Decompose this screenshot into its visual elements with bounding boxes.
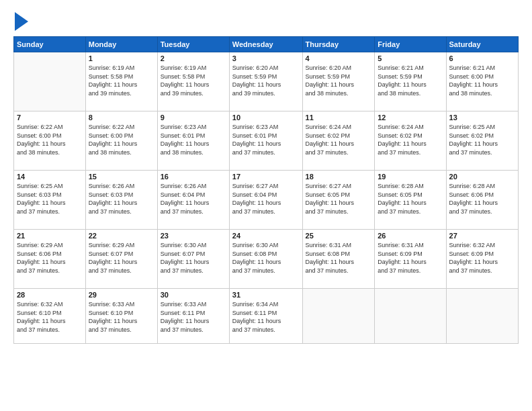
weekday-header-row: SundayMondayTuesdayWednesdayThursdayFrid… (14, 37, 519, 52)
calendar-week-row: 1Sunrise: 6:19 AM Sunset: 5:58 PM Daylig… (14, 52, 519, 111)
day-info: Sunrise: 6:19 AM Sunset: 5:58 PM Dayligh… (161, 64, 226, 97)
day-info: Sunrise: 6:25 AM Sunset: 6:03 PM Dayligh… (17, 182, 83, 216)
day-number: 27 (449, 232, 515, 240)
day-number: 5 (378, 54, 443, 62)
calendar-cell: 13Sunrise: 6:25 AM Sunset: 6:02 PM Dayli… (446, 111, 518, 171)
day-number: 11 (306, 113, 372, 122)
calendar-cell: 21Sunrise: 6:29 AM Sunset: 6:06 PM Dayli… (14, 230, 86, 289)
day-number: 29 (89, 291, 154, 299)
calendar-cell: 5Sunrise: 6:21 AM Sunset: 5:59 PM Daylig… (375, 52, 446, 111)
day-info: Sunrise: 6:27 AM Sunset: 6:04 PM Dayligh… (232, 182, 300, 216)
calendar-cell: 18Sunrise: 6:27 AM Sunset: 6:05 PM Dayli… (302, 171, 375, 230)
day-number: 14 (17, 173, 83, 181)
day-info: Sunrise: 6:22 AM Sunset: 6:00 PM Dayligh… (89, 123, 154, 156)
day-number: 8 (89, 113, 154, 122)
day-number: 12 (378, 113, 443, 122)
calendar-cell: 29Sunrise: 6:33 AM Sunset: 6:10 PM Dayli… (85, 289, 157, 344)
day-info: Sunrise: 6:23 AM Sunset: 6:01 PM Dayligh… (161, 123, 226, 156)
day-info: Sunrise: 6:33 AM Sunset: 6:11 PM Dayligh… (161, 300, 226, 334)
day-number: 1 (89, 54, 154, 62)
day-number: 26 (378, 232, 443, 240)
calendar-cell: 28Sunrise: 6:32 AM Sunset: 6:10 PM Dayli… (14, 289, 86, 344)
day-info: Sunrise: 6:23 AM Sunset: 6:01 PM Dayligh… (232, 123, 300, 156)
day-info: Sunrise: 6:31 AM Sunset: 6:08 PM Dayligh… (306, 241, 372, 275)
calendar-cell: 4Sunrise: 6:20 AM Sunset: 5:59 PM Daylig… (302, 52, 375, 111)
header (13, 12, 519, 31)
day-info: Sunrise: 6:28 AM Sunset: 6:06 PM Dayligh… (449, 182, 515, 216)
day-info: Sunrise: 6:33 AM Sunset: 6:10 PM Dayligh… (89, 300, 154, 334)
calendar-cell: 10Sunrise: 6:23 AM Sunset: 6:01 PM Dayli… (229, 111, 302, 171)
day-number: 19 (378, 173, 443, 181)
day-number: 10 (232, 113, 300, 122)
day-number: 9 (161, 113, 226, 122)
day-number: 23 (161, 232, 226, 240)
day-info: Sunrise: 6:20 AM Sunset: 5:59 PM Dayligh… (306, 64, 372, 97)
day-number: 25 (306, 232, 372, 240)
weekday-header-wednesday: Wednesday (229, 37, 302, 52)
day-info: Sunrise: 6:27 AM Sunset: 6:05 PM Dayligh… (306, 182, 372, 216)
day-info: Sunrise: 6:34 AM Sunset: 6:11 PM Dayligh… (232, 300, 300, 334)
day-number: 30 (161, 291, 226, 299)
day-number: 21 (17, 232, 83, 240)
day-info: Sunrise: 6:20 AM Sunset: 5:59 PM Dayligh… (232, 64, 300, 97)
day-number: 24 (232, 232, 300, 240)
calendar-cell: 12Sunrise: 6:24 AM Sunset: 6:02 PM Dayli… (375, 111, 446, 171)
day-number: 20 (449, 173, 515, 181)
svg-marker-0 (15, 12, 28, 31)
calendar-week-row: 21Sunrise: 6:29 AM Sunset: 6:06 PM Dayli… (14, 230, 519, 289)
calendar-cell (302, 289, 375, 344)
logo (13, 12, 28, 31)
day-number: 6 (449, 54, 515, 62)
day-number: 4 (306, 54, 372, 62)
calendar-table: SundayMondayTuesdayWednesdayThursdayFrid… (13, 36, 519, 344)
calendar-cell: 26Sunrise: 6:31 AM Sunset: 6:09 PM Dayli… (375, 230, 446, 289)
calendar-cell: 2Sunrise: 6:19 AM Sunset: 5:58 PM Daylig… (157, 52, 229, 111)
calendar-cell: 27Sunrise: 6:32 AM Sunset: 6:09 PM Dayli… (446, 230, 518, 289)
day-number: 16 (161, 173, 226, 181)
day-info: Sunrise: 6:21 AM Sunset: 5:59 PM Dayligh… (378, 64, 443, 97)
logo-icon (15, 12, 28, 31)
day-number: 2 (161, 54, 226, 62)
calendar-cell (14, 52, 86, 111)
day-info: Sunrise: 6:24 AM Sunset: 6:02 PM Dayligh… (378, 123, 443, 156)
calendar-cell: 14Sunrise: 6:25 AM Sunset: 6:03 PM Dayli… (14, 171, 86, 230)
calendar-cell: 22Sunrise: 6:29 AM Sunset: 6:07 PM Dayli… (85, 230, 157, 289)
day-number: 28 (17, 291, 83, 299)
day-info: Sunrise: 6:29 AM Sunset: 6:07 PM Dayligh… (89, 241, 154, 275)
day-info: Sunrise: 6:32 AM Sunset: 6:10 PM Dayligh… (17, 300, 83, 334)
day-info: Sunrise: 6:22 AM Sunset: 6:00 PM Dayligh… (17, 123, 83, 156)
calendar-cell: 9Sunrise: 6:23 AM Sunset: 6:01 PM Daylig… (157, 111, 229, 171)
weekday-header-friday: Friday (375, 37, 446, 52)
calendar-cell: 1Sunrise: 6:19 AM Sunset: 5:58 PM Daylig… (85, 52, 157, 111)
calendar-cell: 25Sunrise: 6:31 AM Sunset: 6:08 PM Dayli… (302, 230, 375, 289)
weekday-header-monday: Monday (85, 37, 157, 52)
calendar-cell (446, 289, 518, 344)
calendar-cell: 19Sunrise: 6:28 AM Sunset: 6:05 PM Dayli… (375, 171, 446, 230)
calendar-cell: 7Sunrise: 6:22 AM Sunset: 6:00 PM Daylig… (14, 111, 86, 171)
day-number: 13 (449, 113, 515, 122)
calendar-cell: 30Sunrise: 6:33 AM Sunset: 6:11 PM Dayli… (157, 289, 229, 344)
day-info: Sunrise: 6:24 AM Sunset: 6:02 PM Dayligh… (306, 123, 372, 156)
calendar-cell: 6Sunrise: 6:21 AM Sunset: 6:00 PM Daylig… (446, 52, 518, 111)
calendar-week-row: 7Sunrise: 6:22 AM Sunset: 6:00 PM Daylig… (14, 111, 519, 171)
calendar-cell: 11Sunrise: 6:24 AM Sunset: 6:02 PM Dayli… (302, 111, 375, 171)
calendar-cell: 23Sunrise: 6:30 AM Sunset: 6:07 PM Dayli… (157, 230, 229, 289)
day-info: Sunrise: 6:21 AM Sunset: 6:00 PM Dayligh… (449, 64, 515, 97)
calendar-cell: 16Sunrise: 6:26 AM Sunset: 6:04 PM Dayli… (157, 171, 229, 230)
day-info: Sunrise: 6:28 AM Sunset: 6:05 PM Dayligh… (378, 182, 443, 216)
day-number: 18 (306, 173, 372, 181)
calendar-cell: 17Sunrise: 6:27 AM Sunset: 6:04 PM Dayli… (229, 171, 302, 230)
day-info: Sunrise: 6:26 AM Sunset: 6:04 PM Dayligh… (161, 182, 226, 216)
day-info: Sunrise: 6:30 AM Sunset: 6:07 PM Dayligh… (161, 241, 226, 275)
day-info: Sunrise: 6:19 AM Sunset: 5:58 PM Dayligh… (89, 64, 154, 97)
calendar-cell: 15Sunrise: 6:26 AM Sunset: 6:03 PM Dayli… (85, 171, 157, 230)
weekday-header-saturday: Saturday (446, 37, 518, 52)
calendar-cell: 24Sunrise: 6:30 AM Sunset: 6:08 PM Dayli… (229, 230, 302, 289)
calendar-cell (375, 289, 446, 344)
calendar-cell: 8Sunrise: 6:22 AM Sunset: 6:00 PM Daylig… (85, 111, 157, 171)
calendar-cell: 20Sunrise: 6:28 AM Sunset: 6:06 PM Dayli… (446, 171, 518, 230)
day-info: Sunrise: 6:31 AM Sunset: 6:09 PM Dayligh… (378, 241, 443, 275)
day-number: 3 (232, 54, 300, 62)
calendar-week-row: 14Sunrise: 6:25 AM Sunset: 6:03 PM Dayli… (14, 171, 519, 230)
day-number: 7 (17, 113, 83, 122)
